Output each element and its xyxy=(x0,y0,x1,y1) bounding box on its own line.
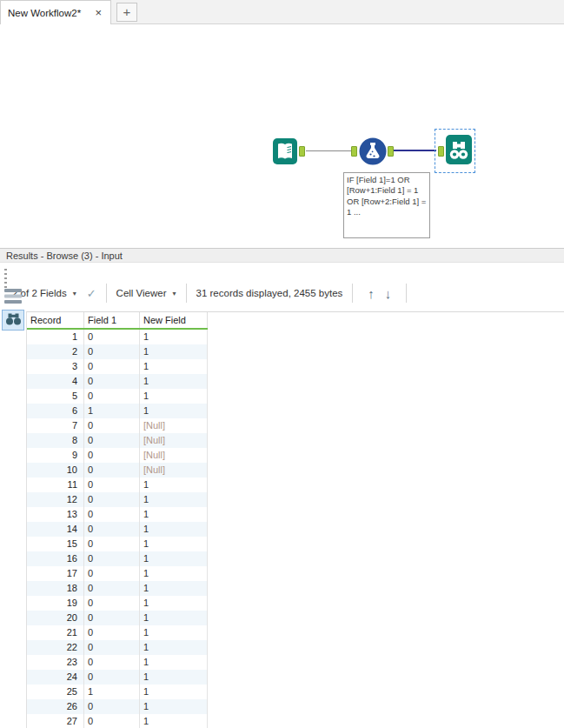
field1-cell[interactable]: 0 xyxy=(84,625,140,640)
field1-cell[interactable]: 0 xyxy=(84,478,140,492)
record-cell[interactable]: 5 xyxy=(27,389,84,404)
table-row[interactable]: 26 0 1 xyxy=(27,699,208,714)
field1-cell[interactable]: 1 xyxy=(84,404,140,418)
record-cell[interactable]: 15 xyxy=(27,537,84,551)
table-row[interactable]: 21 0 1 xyxy=(27,625,208,640)
record-cell[interactable]: 26 xyxy=(27,699,84,714)
new-tab-button[interactable]: + xyxy=(116,3,137,22)
record-cell[interactable]: 3 xyxy=(27,359,84,374)
table-row[interactable]: 7 0 [Null] xyxy=(27,418,208,433)
record-cell[interactable]: 21 xyxy=(27,625,84,640)
table-row[interactable]: 2 0 1 xyxy=(27,344,208,359)
table-row[interactable]: 5 0 1 xyxy=(27,389,208,404)
table-row[interactable]: 11 0 1 xyxy=(27,478,208,492)
record-cell[interactable]: 2 xyxy=(27,344,84,359)
newfield-cell[interactable]: [Null] xyxy=(140,463,208,478)
table-row[interactable]: 3 0 1 xyxy=(27,359,208,374)
record-cell[interactable]: 13 xyxy=(27,507,84,522)
newfield-cell[interactable]: 1 xyxy=(140,478,208,492)
results-data-grid[interactable]: Record Field 1 New Field 1 0 1 2 0 1 3 0… xyxy=(26,311,564,728)
newfield-cell[interactable]: 1 xyxy=(140,611,208,625)
record-cell[interactable]: 16 xyxy=(27,551,84,566)
record-cell[interactable]: 10 xyxy=(27,463,84,478)
record-cell[interactable]: 25 xyxy=(27,685,84,699)
record-cell[interactable]: 14 xyxy=(27,522,84,537)
table-row[interactable]: 8 0 [Null] xyxy=(27,433,208,448)
field1-cell[interactable]: 0 xyxy=(84,463,140,478)
record-cell[interactable]: 4 xyxy=(27,374,84,389)
record-cell[interactable]: 22 xyxy=(27,640,84,655)
record-cell[interactable]: 8 xyxy=(27,433,84,448)
field1-cell[interactable]: 0 xyxy=(84,537,140,551)
field1-cell[interactable]: 0 xyxy=(84,374,140,389)
table-row[interactable]: 9 0 [Null] xyxy=(27,448,208,463)
newfield-cell[interactable]: [Null] xyxy=(140,418,208,433)
newfield-cell[interactable]: 1 xyxy=(140,389,208,404)
newfield-cell[interactable]: 1 xyxy=(140,596,208,611)
table-row[interactable]: 19 0 1 xyxy=(27,596,208,611)
field1-cell[interactable]: 0 xyxy=(84,433,140,448)
formula-output-anchor[interactable] xyxy=(388,146,394,157)
field1-cell[interactable]: 1 xyxy=(84,685,140,699)
table-row[interactable]: 24 0 1 xyxy=(27,670,208,685)
table-row[interactable]: 13 0 1 xyxy=(27,507,208,522)
record-cell[interactable]: 9 xyxy=(27,448,84,463)
close-icon[interactable]: × xyxy=(93,6,103,19)
formula-input-anchor[interactable] xyxy=(351,146,357,157)
record-cell[interactable]: 7 xyxy=(27,418,84,433)
metadata-view-button[interactable] xyxy=(2,287,24,308)
table-row[interactable]: 16 0 1 xyxy=(27,551,208,566)
record-cell[interactable]: 17 xyxy=(27,566,84,581)
input-data-tool[interactable] xyxy=(273,138,297,168)
newfield-cell[interactable]: 1 xyxy=(140,655,208,670)
newfield-cell[interactable]: 1 xyxy=(140,374,208,389)
table-row[interactable]: 18 0 1 xyxy=(27,581,208,596)
record-cell[interactable]: 27 xyxy=(27,714,84,728)
field1-cell[interactable]: 0 xyxy=(84,389,140,404)
column-header-record[interactable]: Record xyxy=(27,312,84,328)
record-cell[interactable]: 12 xyxy=(27,492,84,507)
table-row[interactable]: 20 0 1 xyxy=(27,611,208,625)
connection-wire-input-formula[interactable] xyxy=(306,150,351,151)
formula-tool[interactable] xyxy=(359,137,387,169)
newfield-cell[interactable]: 1 xyxy=(140,640,208,655)
newfield-cell[interactable]: 1 xyxy=(140,359,208,374)
record-cell[interactable]: 1 xyxy=(27,330,84,344)
cell-viewer-dropdown[interactable]: Cell Viewer ▾ xyxy=(116,288,176,298)
record-cell[interactable]: 6 xyxy=(27,404,84,418)
field1-cell[interactable]: 0 xyxy=(84,596,140,611)
field1-cell[interactable]: 0 xyxy=(84,714,140,728)
scroll-down-button[interactable]: ↓ xyxy=(380,286,397,301)
newfield-cell[interactable]: 1 xyxy=(140,551,208,566)
field1-cell[interactable]: 0 xyxy=(84,448,140,463)
workflow-canvas[interactable]: IF [Field 1]=1 OR [Row+1:Field 1] = 1 OR… xyxy=(0,25,564,248)
input-output-anchor[interactable] xyxy=(299,146,305,157)
field1-cell[interactable]: 0 xyxy=(84,492,140,507)
table-row[interactable]: 27 0 1 xyxy=(27,714,208,728)
newfield-cell[interactable]: 1 xyxy=(140,537,208,551)
newfield-cell[interactable]: 1 xyxy=(140,699,208,714)
field1-cell[interactable]: 0 xyxy=(84,522,140,537)
newfield-cell[interactable]: 1 xyxy=(140,404,208,418)
newfield-cell[interactable]: [Null] xyxy=(140,448,208,463)
record-cell[interactable]: 11 xyxy=(27,478,84,492)
newfield-cell[interactable]: 1 xyxy=(140,670,208,685)
newfield-cell[interactable]: 1 xyxy=(140,522,208,537)
newfield-cell[interactable]: [Null] xyxy=(140,433,208,448)
table-row[interactable]: 4 0 1 xyxy=(27,374,208,389)
newfield-cell[interactable]: 1 xyxy=(140,581,208,596)
table-row[interactable]: 15 0 1 xyxy=(27,537,208,551)
record-cell[interactable]: 24 xyxy=(27,670,84,685)
newfield-cell[interactable]: 1 xyxy=(140,566,208,581)
newfield-cell[interactable]: 1 xyxy=(140,330,208,344)
field1-cell[interactable]: 0 xyxy=(84,566,140,581)
newfield-cell[interactable]: 1 xyxy=(140,685,208,699)
scroll-up-button[interactable]: ↑ xyxy=(362,286,380,301)
table-row[interactable]: 23 0 1 xyxy=(27,655,208,670)
field1-cell[interactable]: 0 xyxy=(84,581,140,596)
field1-cell[interactable]: 0 xyxy=(84,507,140,522)
table-row[interactable]: 1 0 1 xyxy=(27,330,208,344)
table-row[interactable]: 22 0 1 xyxy=(27,640,208,655)
connection-wire-formula-browse[interactable] xyxy=(394,150,436,151)
field1-cell[interactable]: 0 xyxy=(84,330,140,344)
